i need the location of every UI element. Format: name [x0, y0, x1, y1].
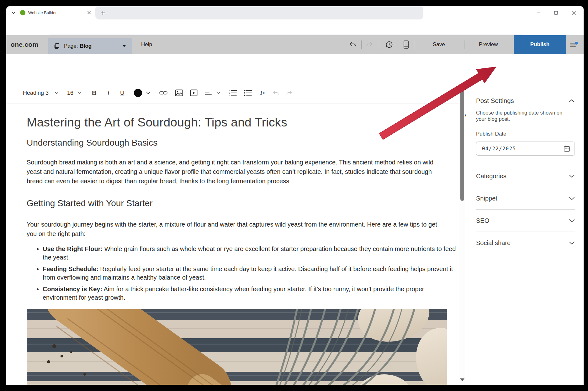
underline-button[interactable]: U — [120, 89, 124, 96]
panel-description: Choose the publishing date shown on your… — [476, 110, 572, 122]
page-selector-value: Blog — [80, 43, 92, 49]
clear-formatting-button[interactable]: Tx — [260, 89, 265, 96]
toolbar-undo-button[interactable] — [347, 35, 358, 54]
publish-date-value[interactable]: 04/22/2025 — [476, 142, 559, 155]
chevron-down-icon[interactable] — [216, 91, 221, 94]
builder-toolbar: one.com Page: Blog Help Save Preview Pub… — [6, 35, 584, 54]
ordered-list-button[interactable]: 123 — [229, 89, 237, 96]
chevron-down-icon — [569, 174, 575, 178]
paragraph[interactable]: Sourdough bread making is both an art an… — [27, 158, 448, 186]
post-image[interactable] — [27, 309, 447, 385]
window-maximize-button[interactable] — [552, 9, 560, 16]
save-button[interactable]: Save — [433, 35, 445, 54]
chevron-down-icon — [569, 197, 575, 200]
svg-text:3: 3 — [229, 95, 230, 96]
divider — [464, 40, 464, 49]
section-heading[interactable]: Getting Started with Your Starter — [27, 198, 153, 208]
insert-image-button[interactable] — [175, 89, 183, 96]
browser-window: Website Builder — [6, 6, 584, 385]
bullet-lead: Consistency is Key: — [43, 286, 102, 292]
caret-down-icon — [122, 45, 126, 48]
sidebar-section-snippet[interactable]: Snippet — [476, 187, 575, 210]
chevron-down-icon — [569, 219, 575, 222]
paragraph-style-dropdown[interactable]: Heading 3 — [23, 90, 49, 96]
menu-with-notification-icon — [569, 40, 579, 49]
text-color-swatch[interactable] — [134, 89, 142, 97]
publish-date-field[interactable]: 04/22/2025 — [476, 142, 575, 156]
insert-video-button[interactable] — [190, 89, 198, 96]
list-item[interactable]: Use the Right Flour: Whole grain flours … — [43, 245, 459, 262]
post-title[interactable]: Mastering the Art of Sourdough: Tips and… — [27, 115, 287, 129]
page-selector-label: Page: — [64, 43, 78, 49]
chevron-down-icon — [569, 241, 575, 245]
tab-search-button[interactable] — [10, 9, 17, 16]
bullet-list[interactable]: Use the Right Flour: Whole grain flours … — [27, 245, 459, 305]
history-clock-icon — [385, 40, 394, 49]
scrollbar-thumb[interactable] — [460, 90, 464, 201]
chevron-down-icon[interactable] — [54, 91, 59, 94]
divider — [398, 40, 398, 49]
browser-toolbar: websitebuilder.one.com/editor — [6, 19, 584, 35]
tab-favicon — [20, 10, 25, 15]
section-label: Social share — [476, 239, 511, 247]
notifications-menu-button[interactable] — [569, 35, 579, 54]
divider — [476, 164, 575, 164]
chevron-up-icon — [569, 99, 575, 103]
bullet-lead: Feeding Schedule: — [43, 265, 98, 272]
formatting-toolbar: Heading 3 16 B I U 123 Tx — [6, 82, 459, 104]
link-button[interactable] — [159, 91, 167, 95]
bullet-list-button[interactable] — [244, 89, 252, 96]
version-history-button[interactable] — [384, 35, 395, 54]
plus-icon — [100, 10, 105, 15]
list-item[interactable]: Consistency is Key: Aim for a thick panc… — [43, 285, 459, 302]
align-button[interactable] — [204, 90, 212, 96]
window-minimize-button[interactable] — [534, 9, 543, 16]
page-selector-dropdown[interactable]: Page: Blog — [48, 38, 132, 54]
tab-close-button[interactable] — [86, 9, 92, 16]
list-item[interactable]: Feeding Schedule: Regularly feed your st… — [43, 265, 459, 282]
toolbar-redo-button[interactable] — [364, 35, 375, 54]
mobile-preview-button[interactable] — [401, 35, 411, 54]
chevron-down-icon[interactable] — [146, 91, 151, 94]
tab-title[interactable]: Website Builder — [28, 10, 57, 15]
svg-text:2: 2 — [229, 92, 230, 94]
tab-strip: Website Builder — [6, 6, 584, 19]
section-label: SEO — [476, 217, 489, 224]
bold-button[interactable]: B — [92, 89, 97, 97]
sidebar-section-categories[interactable]: Categories — [476, 165, 575, 187]
bullet-lead: Use the Right Flour: — [43, 245, 103, 252]
help-button[interactable]: Help — [141, 35, 152, 54]
scroll-up-arrow-icon[interactable] — [460, 86, 464, 88]
bullet-text: Regularly feed your starter at the same … — [43, 265, 453, 281]
tab-strip-background — [95, 6, 423, 19]
editor-canvas[interactable]: Mastering the Art of Sourdough: Tips and… — [6, 104, 459, 385]
scroll-down-arrow-icon[interactable] — [460, 378, 464, 381]
calendar-button[interactable] — [559, 142, 575, 155]
new-tab-button[interactable] — [99, 9, 107, 17]
section-heading[interactable]: Understanding Sourdough Basics — [27, 138, 157, 148]
link-icon — [159, 91, 167, 95]
chevron-down-icon — [11, 11, 16, 15]
pages-icon — [53, 43, 60, 50]
paragraph[interactable]: Your sourdough journey begins with the s… — [27, 220, 448, 238]
preview-button[interactable]: Preview — [479, 35, 498, 54]
italic-button[interactable]: I — [107, 89, 109, 97]
redo-icon — [365, 40, 373, 49]
undo-icon — [349, 40, 357, 49]
minimize-icon — [536, 11, 541, 15]
sidebar-section-social-share[interactable]: Social share — [476, 232, 575, 254]
font-size-dropdown[interactable]: 16 — [67, 90, 73, 96]
editor-undo-button[interactable] — [272, 89, 280, 97]
panel-title: Post Settings — [476, 97, 514, 104]
sidebar-section-seo[interactable]: SEO — [476, 210, 575, 232]
publish-toolbar-button[interactable]: Publish — [514, 35, 566, 54]
redo-icon — [285, 89, 293, 97]
editor-header: Back Saved Preview Publish — [6, 54, 584, 82]
post-settings-header[interactable]: Post Settings — [476, 97, 575, 104]
editor-redo-button[interactable] — [285, 89, 293, 97]
chevron-down-icon[interactable] — [77, 91, 82, 94]
video-icon — [190, 89, 198, 96]
close-icon — [87, 11, 91, 14]
section-label: Categories — [476, 173, 506, 180]
window-close-button[interactable] — [569, 9, 578, 16]
